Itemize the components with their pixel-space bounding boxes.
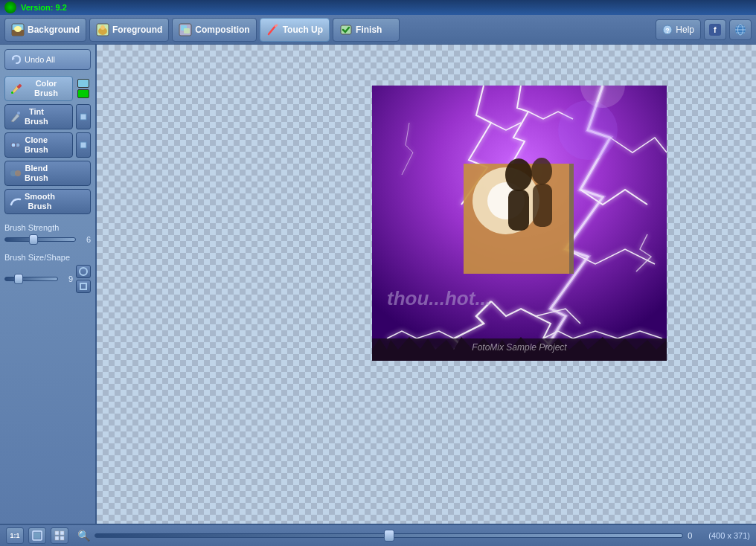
tint-side-btn[interactable] (76, 104, 91, 129)
svg-rect-47 (34, 533, 40, 539)
logo-icon (4, 1, 16, 13)
color-indicator (76, 76, 91, 101)
undo-all-button[interactable]: Undo All (4, 49, 91, 70)
tint-brush-row: TintBrush (4, 104, 91, 129)
color-brush-icon (10, 83, 22, 94)
grid-icon (54, 530, 65, 541)
clone-side-icon (80, 141, 87, 149)
svg-text:?: ? (666, 27, 670, 34)
svg-text:FotoMix Sample Project: FotoMix Sample Project (472, 342, 567, 353)
brush-size-label: Brush Size/Shape (4, 253, 91, 262)
zoom-out-icon: 🔍 (77, 530, 90, 542)
help-button[interactable]: ? Help (656, 19, 701, 40)
blend-brush-icon (10, 167, 22, 179)
brush-size-section: Brush Size/Shape 9 (4, 253, 91, 293)
tint-brush-button[interactable]: TintBrush (4, 104, 73, 129)
zoom-track[interactable] (94, 533, 683, 538)
smooth-brush-icon (10, 196, 22, 208)
foreground-color (77, 79, 89, 88)
zoom-actual-icon (32, 530, 42, 541)
zoom-fit-button[interactable]: 1:1 (6, 527, 24, 544)
svg-rect-8 (184, 28, 190, 33)
foreground-tab[interactable]: Foreground (89, 18, 169, 42)
smooth-brush-button[interactable]: SmoothBrush (4, 189, 91, 214)
circle-shape-button[interactable] (76, 265, 91, 278)
svg-point-33 (558, 100, 618, 160)
svg-rect-49 (60, 531, 64, 535)
undo-icon (11, 54, 22, 65)
web-icon (734, 24, 746, 36)
svg-point-41 (531, 158, 552, 184)
finish-tab[interactable]: Finish (333, 18, 400, 42)
clone-brush-row: CloneBrush (4, 132, 91, 158)
left-sidebar: Undo All Color Brush (0, 45, 97, 524)
version-text: Version: 9.2 (21, 3, 67, 12)
svg-rect-24 (80, 114, 86, 120)
zoom-value: 0 (688, 531, 699, 540)
brush-strength-value: 6 (79, 235, 91, 244)
bottom-bar: 1:1 🔍 0 (400 x 371) (0, 524, 756, 546)
svg-rect-51 (60, 536, 64, 540)
brush-size-thumb[interactable] (14, 274, 23, 284)
dimensions-text: (400 x 371) (708, 531, 750, 540)
smooth-brush-row: SmoothBrush (4, 189, 91, 214)
canvas-area[interactable]: FotoMix Sample Project thou...hot... (97, 45, 756, 524)
top-toolbar: Background Foreground Composition Touch … (0, 15, 756, 45)
clone-brush-button[interactable]: CloneBrush (4, 132, 73, 158)
title-bar: Version: 9.2 (0, 0, 756, 15)
square-shape-button[interactable] (76, 280, 91, 293)
help-icon: ? (662, 25, 673, 35)
facebook-icon: f (709, 24, 721, 36)
brush-size-row: 9 (4, 265, 91, 293)
main-area: Undo All Color Brush (0, 45, 756, 524)
lightning-background: FotoMix Sample Project thou...hot... (372, 86, 667, 361)
background-tab[interactable]: Background (4, 18, 86, 42)
svg-text:thou...hot...: thou...hot... (387, 287, 491, 309)
svg-point-2 (14, 26, 22, 32)
facebook-button[interactable]: f (704, 19, 726, 40)
svg-rect-40 (508, 190, 529, 231)
svg-point-39 (505, 158, 532, 191)
svg-rect-43 (569, 164, 574, 274)
composition-icon (179, 23, 192, 36)
touchup-icon (266, 23, 280, 36)
zoom-thumb[interactable] (384, 530, 394, 542)
tint-brush-icon (10, 111, 22, 123)
shape-buttons (76, 265, 91, 293)
grid-button[interactable] (51, 527, 68, 544)
svg-point-22 (11, 91, 13, 94)
svg-rect-28 (80, 142, 86, 148)
brush-size-track[interactable] (4, 277, 58, 281)
foreground-icon (96, 23, 109, 36)
svg-point-25 (11, 143, 16, 147)
svg-text:f: f (714, 25, 717, 34)
color-brush-button[interactable]: Color Brush (4, 76, 73, 101)
svg-point-5 (100, 25, 105, 30)
touchup-tab[interactable]: Touch Up (260, 18, 330, 42)
blend-brush-button[interactable]: BlendBrush (4, 161, 91, 186)
svg-point-30 (15, 170, 21, 176)
tint-side-icon (80, 113, 87, 121)
svg-rect-42 (533, 184, 552, 227)
color-brush-row: Color Brush (4, 76, 91, 101)
brush-size-value: 9 (61, 274, 73, 283)
clone-brush-icon (10, 139, 22, 151)
background-color (77, 89, 89, 98)
finish-icon (339, 23, 353, 36)
brush-strength-thumb[interactable] (29, 234, 38, 245)
composite-image: FotoMix Sample Project thou...hot... (372, 86, 667, 361)
clone-side-btn[interactable] (76, 132, 91, 158)
web-button[interactable] (729, 19, 752, 40)
svg-point-23 (17, 112, 20, 115)
right-buttons: ? Help f (656, 19, 752, 40)
brush-strength-track[interactable] (4, 237, 76, 242)
svg-rect-48 (55, 531, 59, 535)
circle-shape-icon (79, 267, 88, 276)
zoom-actual-button[interactable] (28, 527, 46, 544)
brush-strength-label: Brush Strength (4, 223, 91, 232)
brush-strength-section: Brush Strength 6 (4, 223, 91, 244)
composition-tab[interactable]: Composition (172, 18, 256, 42)
square-shape-icon (80, 283, 87, 290)
svg-rect-50 (55, 536, 59, 540)
brush-strength-row: 6 (4, 235, 91, 244)
